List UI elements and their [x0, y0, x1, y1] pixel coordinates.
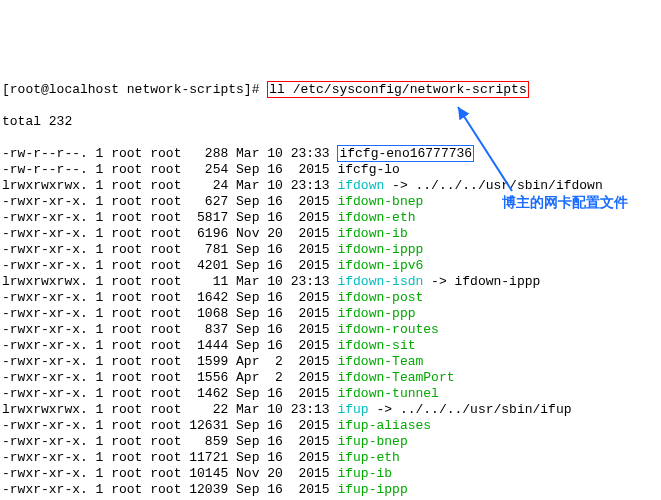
- file-name: ifdown-isdn: [337, 274, 423, 289]
- listing-row: -rwxr-xr-x. 1 root root 10145 Nov 20 201…: [2, 466, 661, 482]
- listing-row: -rwxr-xr-x. 1 root root 12039 Sep 16 201…: [2, 482, 661, 498]
- file-name: ifup-eth: [337, 450, 399, 465]
- listing-row: -rwxr-xr-x. 1 root root 4201 Sep 16 2015…: [2, 258, 661, 274]
- listing-row: -rwxr-xr-x. 1 root root 781 Sep 16 2015 …: [2, 242, 661, 258]
- file-name: ifdown-sit: [337, 338, 415, 353]
- total-line: total 232: [2, 114, 661, 130]
- listing-row: lrwxrwxrwx. 1 root root 22 Mar 10 23:13 …: [2, 402, 661, 418]
- listing-row: -rw-r--r--. 1 root root 254 Sep 16 2015 …: [2, 162, 661, 178]
- terminal-output: [root@localhost network-scripts]# ll /et…: [2, 66, 661, 500]
- listing-row: -rwxr-xr-x. 1 root root 1068 Sep 16 2015…: [2, 306, 661, 322]
- file-name: ifdown-ipv6: [337, 258, 423, 273]
- shell-prompt: [root@localhost network-scripts]#: [2, 82, 267, 97]
- prompt-line: [root@localhost network-scripts]# ll /et…: [2, 82, 661, 98]
- listing-row: -rwxr-xr-x. 1 root root 1444 Sep 16 2015…: [2, 338, 661, 354]
- listing-row: lrwxrwxrwx. 1 root root 24 Mar 10 23:13 …: [2, 178, 661, 194]
- symlink-target: -> ifdown-ippp: [423, 274, 540, 289]
- file-name: ifdown-TeamPort: [337, 370, 454, 385]
- file-name: ifup-ib: [337, 466, 392, 481]
- listing-row: -rwxr-xr-x. 1 root root 1642 Sep 16 2015…: [2, 290, 661, 306]
- file-name: ifdown-post: [337, 290, 423, 305]
- listing-row: lrwxrwxrwx. 1 root root 11 Mar 10 23:13 …: [2, 274, 661, 290]
- symlink-target: -> ../../../usr/sbin/ifdown: [384, 178, 602, 193]
- file-name: ifup-bnep: [337, 434, 407, 449]
- file-name: ifdown-ippp: [337, 242, 423, 257]
- file-name: ifdown-ppp: [337, 306, 415, 321]
- command-highlight: ll /etc/sysconfig/network-scripts: [267, 81, 528, 98]
- listing-row: -rwxr-xr-x. 1 root root 6196 Nov 20 2015…: [2, 226, 661, 242]
- file-name: ifdown-tunnel: [337, 386, 438, 401]
- listing-row: -rwxr-xr-x. 1 root root 1556 Apr 2 2015 …: [2, 370, 661, 386]
- file-name: ifdown: [337, 178, 384, 193]
- listing-row: -rwxr-xr-x. 1 root root 1599 Apr 2 2015 …: [2, 354, 661, 370]
- listing-row: -rwxr-xr-x. 1 root root 11721 Sep 16 201…: [2, 450, 661, 466]
- annotation-label: 博主的网卡配置文件: [502, 194, 628, 210]
- listing-row: -rwxr-xr-x. 1 root root 1462 Sep 16 2015…: [2, 386, 661, 402]
- file-highlight: ifcfg-eno16777736: [337, 145, 474, 162]
- file-name: ifdown-eth: [337, 210, 415, 225]
- listing-row: -rwxr-xr-x. 1 root root 837 Sep 16 2015 …: [2, 322, 661, 338]
- file-name: ifdown-Team: [337, 354, 423, 369]
- file-name: ifdown-ib: [337, 226, 407, 241]
- file-name: ifup-aliases: [337, 418, 431, 433]
- listing-row: -rwxr-xr-x. 1 root root 5817 Sep 16 2015…: [2, 210, 661, 226]
- file-name: ifup-ippp: [337, 482, 407, 497]
- file-name: ifdown-routes: [337, 322, 438, 337]
- listing-row: -rwxr-xr-x. 1 root root 859 Sep 16 2015 …: [2, 434, 661, 450]
- file-name: ifdown-bnep: [337, 194, 423, 209]
- listing-row: -rw-r--r--. 1 root root 288 Mar 10 23:33…: [2, 146, 661, 162]
- file-name: ifcfg-lo: [337, 162, 399, 177]
- symlink-target: -> ../../../usr/sbin/ifup: [369, 402, 572, 417]
- listing-row: -rwxr-xr-x. 1 root root 12631 Sep 16 201…: [2, 418, 661, 434]
- file-name: ifup: [337, 402, 368, 417]
